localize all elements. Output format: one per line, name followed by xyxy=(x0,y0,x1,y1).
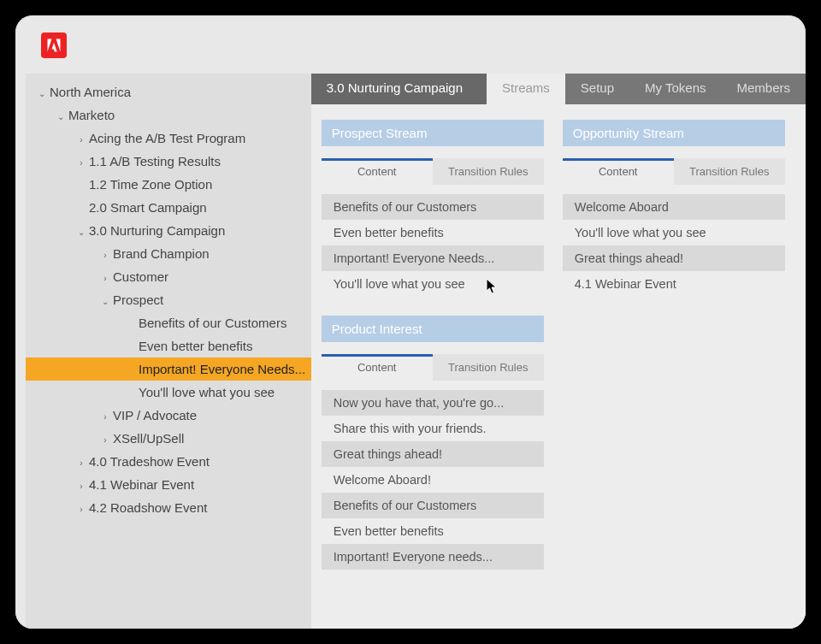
stream-item[interactable]: Even better benefits xyxy=(322,220,544,245)
stream-item[interactable]: Important! Everyone needs... xyxy=(322,544,544,570)
stream-item[interactable]: Share this with your friends. xyxy=(322,416,544,441)
chevron-right-icon: › xyxy=(101,435,109,445)
tree-item-label: Acing the A/B Test Program xyxy=(89,131,245,145)
tree-item[interactable]: ⌄North America xyxy=(26,80,311,103)
subtab-transition-rules[interactable]: Transition Rules xyxy=(433,354,544,381)
tree-item-label: 1.1 A/B Testing Results xyxy=(89,154,221,168)
tree-item-label: 1.2 Time Zone Option xyxy=(89,177,212,192)
stream-item[interactable]: Welcome Aboard xyxy=(563,194,785,220)
chevron-right-icon: › xyxy=(101,251,109,260)
stream-item[interactable]: You'll love what you see xyxy=(563,220,785,245)
tree-item[interactable]: ›Customer xyxy=(26,265,311,288)
app-window: ⌄North America⌄Marketo›Acing the A/B Tes… xyxy=(15,15,806,629)
tab-streams[interactable]: Streams xyxy=(487,74,565,104)
subtab-transition-rules[interactable]: Transition Rules xyxy=(433,158,544,185)
chevron-right-icon: › xyxy=(77,505,86,514)
tree-item[interactable]: ›4.1 Webinar Event xyxy=(26,473,311,496)
tree-item-label: XSell/UpSell xyxy=(113,431,184,446)
chevron-down-icon: ⌄ xyxy=(56,112,65,121)
stream-item[interactable]: Benefits of our Customers xyxy=(322,194,544,220)
tree-item[interactable]: ›VIP / Advocate xyxy=(26,404,311,427)
tree-item[interactable]: ›1.1 A/B Testing Results xyxy=(26,150,311,173)
tree-item[interactable]: ›Even better benefits xyxy=(26,334,311,357)
navigation-tree[interactable]: ⌄North America⌄Marketo›Acing the A/B Tes… xyxy=(26,74,311,629)
stream-item[interactable]: Now you have that, you're go... xyxy=(322,390,544,416)
tree-item[interactable]: ›Important! Everyone Needs... xyxy=(26,357,311,381)
stream-item[interactable]: Great things ahead! xyxy=(563,245,785,271)
stream-item[interactable]: Great things ahead! xyxy=(322,441,544,467)
tree-item[interactable]: ›4.2 Roadshow Event xyxy=(26,496,311,519)
tree-item-label: Customer xyxy=(113,269,168,284)
stream-item[interactable]: Even better benefits xyxy=(322,518,544,544)
chevron-right-icon: › xyxy=(77,458,86,468)
tree-item-label: 2.0 Smart Campaign xyxy=(89,200,207,215)
tab-bar: 3.0 Nurturing Campaign Streams Setup My … xyxy=(311,74,806,104)
tree-item[interactable]: ›Acing the A/B Test Program xyxy=(26,127,311,150)
chevron-right-icon: › xyxy=(101,274,109,283)
tree-item[interactable]: ›XSell/UpSell xyxy=(26,427,311,450)
tab-title: 3.0 Nurturing Campaign xyxy=(311,74,487,104)
tree-item[interactable]: ⌄Marketo xyxy=(26,103,311,127)
tree-item-label: 4.2 Roadshow Event xyxy=(89,500,207,515)
stream-item[interactable]: Welcome Aboard! xyxy=(322,467,544,493)
tree-item[interactable]: ›4.0 Tradeshow Event xyxy=(26,450,311,473)
subtab-transition-rules[interactable]: Transition Rules xyxy=(674,158,785,185)
chevron-right-icon: › xyxy=(101,412,109,422)
adobe-logo xyxy=(41,32,67,58)
chevron-down-icon: ⌄ xyxy=(101,297,109,306)
tree-item-label: Benefits of our Customers xyxy=(139,316,286,330)
subtab-content[interactable]: Content xyxy=(322,158,433,185)
subtab-content[interactable]: Content xyxy=(322,354,433,381)
chevron-down-icon: ⌄ xyxy=(38,89,46,98)
stream-header: Opportunity Stream xyxy=(563,120,785,146)
tree-item-label: Marketo xyxy=(68,108,115,122)
tree-item[interactable]: ›2.0 Smart Campaign xyxy=(26,196,311,219)
chevron-right-icon: › xyxy=(77,482,86,491)
stream-item[interactable]: Benefits of our Customers xyxy=(322,493,544,518)
chevron-down-icon: ⌄ xyxy=(77,227,86,237)
tree-item-label: VIP / Advocate xyxy=(113,408,197,422)
tree-item[interactable]: ⌄Prospect xyxy=(26,288,311,311)
tab-setup[interactable]: Setup xyxy=(565,74,629,104)
tab-members[interactable]: Members xyxy=(721,74,806,104)
stream-header: Prospect Stream xyxy=(322,120,544,146)
tree-item[interactable]: ›Benefits of our Customers xyxy=(26,311,311,334)
tree-item-label: 3.0 Nurturing Campaign xyxy=(89,223,225,238)
main-panel: 3.0 Nurturing Campaign Streams Setup My … xyxy=(311,74,806,629)
tree-item[interactable]: ›Brand Champion xyxy=(26,242,311,265)
stream-items: Welcome AboardYou'll love what you seeGr… xyxy=(563,194,785,297)
stream-item[interactable]: 4.1 Webinar Event xyxy=(563,271,785,297)
tree-item-label: Important! Everyone Needs... xyxy=(139,362,305,376)
tree-item-label: 4.0 Tradeshow Event xyxy=(89,454,210,469)
tree-item[interactable]: ›1.2 Time Zone Option xyxy=(26,173,311,196)
tree-item-label: North America xyxy=(50,85,131,99)
stream-item[interactable]: Important! Everyone Needs... xyxy=(322,245,544,271)
prospect-stream: Prospect Stream Content Transition Rules… xyxy=(322,120,544,297)
streams-area: Prospect Stream Content Transition Rules… xyxy=(311,104,806,585)
stream-item[interactable]: You'll love what you see xyxy=(322,271,544,297)
tree-item-label: Brand Champion xyxy=(113,246,210,261)
tree-item-label: You'll love what you see xyxy=(139,385,275,399)
chevron-right-icon: › xyxy=(77,158,86,168)
tree-item-label: 4.1 Webinar Event xyxy=(89,477,194,492)
chevron-right-icon: › xyxy=(77,135,86,145)
stream-items: Benefits of our CustomersEven better ben… xyxy=(322,194,544,297)
stream-header: Product Interest xyxy=(322,316,544,342)
tree-item[interactable]: ⌄3.0 Nurturing Campaign xyxy=(26,219,311,242)
stream-items: Now you have that, you're go...Share thi… xyxy=(322,390,544,570)
tree-item[interactable]: ›You'll love what you see xyxy=(26,381,311,404)
tree-item-label: Prospect xyxy=(113,292,163,307)
tree-item-label: Even better benefits xyxy=(139,339,252,353)
subtab-content[interactable]: Content xyxy=(563,158,674,185)
opportunity-stream: Opportunity Stream Content Transition Ru… xyxy=(563,120,785,297)
product-interest-stream: Product Interest Content Transition Rule… xyxy=(322,316,544,570)
tab-my-tokens[interactable]: My Tokens xyxy=(629,74,721,104)
